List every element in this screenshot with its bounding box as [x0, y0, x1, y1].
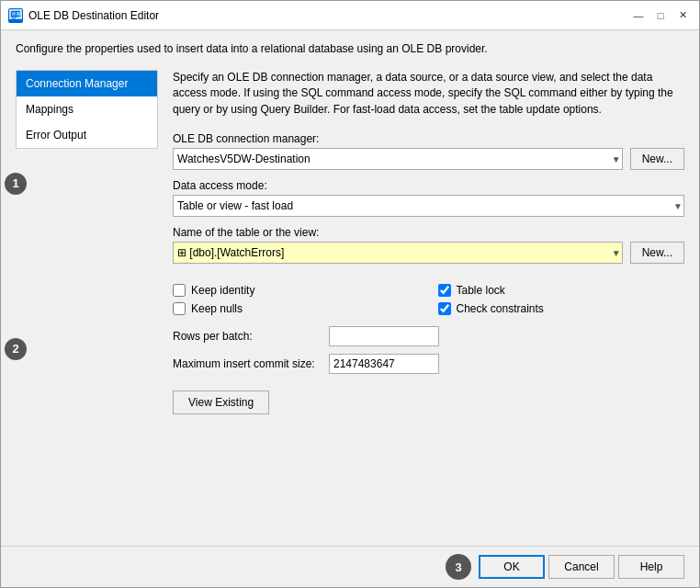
- main-window: OLE DB Destination Editor — □ ✕ Configur…: [0, 0, 700, 588]
- left-nav: Connection Manager Mappings Error Output: [16, 70, 158, 149]
- max-insert-label: Maximum insert commit size:: [173, 357, 320, 370]
- connection-manager-group: OLE DB connection manager: WatchesV5DW-D…: [173, 132, 684, 170]
- svg-rect-1: [12, 12, 16, 16]
- description-text: Configure the properties used to insert …: [16, 41, 684, 57]
- connection-manager-row: WatchesV5DW-Destination ▼ New...: [173, 148, 684, 170]
- table-name-new-button[interactable]: New...: [630, 242, 684, 264]
- data-access-select[interactable]: Table or view - fast load Table or view …: [173, 195, 684, 217]
- connection-manager-new-button[interactable]: New...: [630, 148, 684, 170]
- cancel-button[interactable]: Cancel: [548, 555, 615, 579]
- window-title: OLE DB Destination Editor: [28, 9, 624, 22]
- max-insert-row: Maximum insert commit size:: [173, 354, 684, 374]
- main-body: 1 2 Connection Manager Mappings Error Ou…: [16, 70, 684, 538]
- table-name-row: ⊞ [dbo].[WatchErrors] ▼ New...: [173, 242, 684, 264]
- right-panel: Specify an OLE DB connection manager, a …: [173, 70, 684, 538]
- keep-identity-label: Keep identity: [191, 284, 254, 297]
- window-icon: [8, 8, 23, 23]
- data-access-label: Data access mode:: [173, 179, 684, 192]
- view-existing-row: View Existing: [173, 390, 684, 414]
- help-button[interactable]: Help: [618, 555, 684, 579]
- data-access-group: Data access mode: Table or view - fast l…: [173, 179, 684, 217]
- bottom-section: 3 OK Cancel Help: [446, 554, 684, 580]
- title-bar: OLE DB Destination Editor — □ ✕: [1, 1, 699, 30]
- table-name-label: Name of the table or the view:: [173, 226, 684, 239]
- svg-rect-3: [12, 17, 16, 19]
- nav-error-output[interactable]: Error Output: [17, 122, 157, 148]
- checkbox-group: Keep identity Table lock Keep nulls Chec…: [173, 284, 684, 315]
- check-constraints-label: Check constraints: [457, 302, 544, 315]
- minimize-button[interactable]: —: [629, 6, 648, 25]
- check-constraints-checkbox[interactable]: [438, 302, 451, 315]
- max-insert-input[interactable]: [329, 354, 439, 374]
- table-name-group: Name of the table or the view: ⊞ [dbo].[…: [173, 226, 684, 264]
- rows-per-batch-label: Rows per batch:: [173, 330, 320, 343]
- table-lock-item[interactable]: Table lock: [438, 284, 685, 297]
- info-text: Specify an OLE DB connection manager, a …: [173, 70, 684, 118]
- nav-mappings[interactable]: Mappings: [17, 96, 157, 122]
- table-name-select[interactable]: ⊞ [dbo].[WatchErrors]: [173, 242, 623, 264]
- svg-rect-4: [17, 17, 20, 19]
- rows-per-batch-input[interactable]: [329, 326, 439, 346]
- bottom-bar: 3 OK Cancel Help: [1, 546, 699, 587]
- connection-manager-select[interactable]: WatchesV5DW-Destination: [173, 148, 623, 170]
- content-area: Configure the properties used to insert …: [1, 30, 699, 546]
- keep-identity-item[interactable]: Keep identity: [173, 284, 420, 297]
- view-existing-button[interactable]: View Existing: [173, 390, 269, 414]
- connection-manager-dropdown-wrapper: WatchesV5DW-Destination ▼: [173, 148, 623, 170]
- check-constraints-item[interactable]: Check constraints: [438, 302, 685, 315]
- close-button[interactable]: ✕: [673, 6, 692, 25]
- svg-rect-2: [17, 12, 20, 16]
- keep-nulls-checkbox[interactable]: [173, 302, 186, 315]
- data-access-dropdown-wrapper: Table or view - fast load Table or view …: [173, 195, 684, 217]
- step-badge-2: 2: [3, 336, 28, 362]
- rows-per-batch-row: Rows per batch:: [173, 326, 684, 346]
- keep-nulls-label: Keep nulls: [191, 302, 243, 315]
- nav-connection-manager[interactable]: Connection Manager: [17, 71, 157, 96]
- window-controls: — □ ✕: [629, 6, 692, 25]
- step-badge-1: 1: [3, 171, 28, 197]
- table-lock-checkbox[interactable]: [438, 284, 451, 297]
- keep-identity-checkbox[interactable]: [173, 284, 186, 297]
- step-badge-3: 3: [446, 554, 471, 580]
- connection-manager-label: OLE DB connection manager:: [173, 132, 684, 145]
- left-panel-wrapper: 1 2 Connection Manager Mappings Error Ou…: [16, 70, 158, 538]
- maximize-button[interactable]: □: [651, 6, 670, 25]
- ok-button[interactable]: OK: [479, 555, 545, 579]
- table-name-dropdown-wrapper: ⊞ [dbo].[WatchErrors] ▼: [173, 242, 623, 264]
- keep-nulls-item[interactable]: Keep nulls: [173, 302, 420, 315]
- table-lock-label: Table lock: [457, 284, 505, 297]
